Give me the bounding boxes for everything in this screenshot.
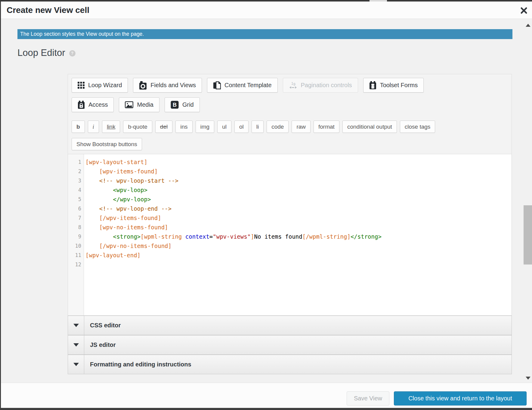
svg-text:B: B: [173, 102, 177, 108]
line-number: 2: [68, 168, 84, 174]
code-line: 6 <!-- wpv-loop-end -->: [68, 204, 512, 213]
access-lock-icon: [78, 101, 85, 109]
button-label: Fields and Views: [150, 82, 196, 89]
quicktag-li-button[interactable]: li: [252, 121, 264, 133]
top-bar-artifact: [370, 0, 387, 2]
quicktag-img-button[interactable]: img: [196, 121, 215, 133]
quicktag-i-button[interactable]: i: [88, 121, 99, 133]
quicktag-conditional-output-button[interactable]: conditional output: [342, 121, 397, 133]
loop-wizard-grid-icon: [78, 82, 85, 89]
close-dialog-button[interactable]: [519, 6, 528, 15]
line-number: 7: [68, 215, 84, 221]
code-lines: 1[wpv-layout-start]2 [wpv-items-found]3 …: [68, 157, 512, 269]
toolbar-row-2: AccessMediaBGrid: [72, 97, 512, 112]
scroll-down-arrow-icon[interactable]: [526, 377, 530, 380]
svg-text:9: 9: [293, 82, 295, 87]
code-line: 9 <strong>[wpml-string context="wpv-view…: [68, 232, 512, 241]
quicktag-close-tags-button[interactable]: close tags: [400, 121, 435, 133]
code-line: 4 <wpv-loop>: [68, 185, 512, 194]
loop-code-editor[interactable]: 1[wpv-layout-start]2 [wpv-items-found]3 …: [68, 154, 512, 316]
quicktag-b-quote-button[interactable]: b-quote: [123, 121, 152, 133]
line-number: 10: [68, 243, 84, 249]
quicktag-del-button[interactable]: del: [155, 121, 172, 133]
collapse-arrow-icon: [73, 363, 79, 366]
quicktag-raw-button[interactable]: raw: [292, 121, 311, 133]
toolset-forms-icon: [369, 81, 376, 90]
panel-label: Formatting and editing instructions: [84, 355, 191, 374]
code-text: <!-- wpv-loop-start -->: [84, 177, 178, 184]
button-label: Grid: [182, 101, 194, 108]
formatting-instructions-panel-toggle[interactable]: Formatting and editing instructions: [68, 355, 512, 374]
pagination-controls-icon: 19: [289, 81, 297, 90]
vertical-scrollbar[interactable]: [524, 19, 532, 383]
code-text: [wpv-no-items-found]: [84, 224, 168, 231]
fields-and-views-button[interactable]: Fields and Views: [133, 78, 202, 93]
scroll-up-arrow-icon[interactable]: [526, 24, 530, 27]
quicktags-row: bilinkb-quotedelinsimgulollicoderawforma…: [72, 121, 512, 133]
editor-toolbar: Loop WizardFields and ViewsContent Templ…: [68, 74, 512, 154]
code-text: </wpv-loop>: [84, 196, 151, 203]
line-number: 1: [68, 159, 84, 165]
code-line: 7 [/wpv-items-found]: [68, 213, 512, 222]
toolset-forms-button[interactable]: Toolset Forms: [363, 78, 424, 93]
code-text: <strong>[wpml-string context="wpv-views"…: [84, 233, 382, 240]
help-icon[interactable]: ?: [69, 50, 76, 57]
quicktag-code-button[interactable]: code: [267, 121, 289, 133]
window-left-edge: [0, 0, 1, 410]
dialog-header: Create new View cell: [0, 2, 532, 19]
close-icon: [520, 7, 527, 14]
code-line: 10 [/wpv-no-items-found]: [68, 241, 512, 250]
button-label: Toolset Forms: [380, 82, 418, 89]
collapse-arrow-icon: [73, 343, 79, 347]
quicktag-format-button[interactable]: format: [314, 121, 339, 133]
show-bootstrap-buttons-button[interactable]: Show Bootstrap buttons: [72, 138, 142, 150]
quicktag-ol-button[interactable]: ol: [234, 121, 249, 133]
button-label: Loop Wizard: [88, 82, 122, 89]
code-text: [/wpv-items-found]: [84, 215, 161, 221]
content-template-button[interactable]: Content Template: [207, 78, 277, 93]
loop-wizard-button[interactable]: Loop Wizard: [72, 78, 128, 93]
toolbar-row-1: Loop WizardFields and ViewsContent Templ…: [72, 78, 512, 93]
line-number: 8: [68, 224, 84, 230]
svg-text:1: 1: [291, 81, 293, 86]
loop-editor-heading: Loop Editor?: [17, 47, 76, 58]
code-text: [wpv-layout-end]: [84, 252, 141, 259]
scrollbar-thumb[interactable]: [524, 205, 532, 265]
code-text: [wpv-items-found]: [84, 168, 158, 175]
line-number: 5: [68, 196, 84, 202]
button-label: Access: [88, 101, 108, 108]
grid-button[interactable]: BGrid: [165, 97, 200, 112]
code-line: 1[wpv-layout-start]: [68, 157, 512, 167]
line-number: 4: [68, 187, 84, 193]
bootstrap-toggle-row: Show Bootstrap buttons: [72, 138, 512, 150]
css-editor-panel-toggle[interactable]: CSS editor: [68, 316, 512, 335]
panel-label: CSS editor: [84, 316, 121, 335]
quicktag-ins-button[interactable]: ins: [175, 121, 192, 133]
dialog-title: Create new View cell: [7, 2, 89, 19]
code-text: [/wpv-no-items-found]: [84, 243, 172, 249]
save-view-button[interactable]: Save View: [347, 391, 389, 405]
browser-top-bar: [0, 0, 532, 2]
code-text: [wpv-layout-start]: [84, 159, 147, 165]
js-editor-panel-toggle[interactable]: JS editor: [68, 335, 512, 355]
close-view-return-layout-button[interactable]: Close this view and return to the layout: [394, 391, 527, 405]
dialog-footer: Save View Close this view and return to …: [0, 383, 532, 408]
button-label: Media: [137, 101, 153, 108]
access-button[interactable]: Access: [72, 97, 114, 112]
pagination-controls-button[interactable]: 19Pagination controls: [283, 78, 358, 93]
quicktag-b-button[interactable]: b: [72, 121, 85, 133]
collapse-arrow-icon: [73, 324, 79, 327]
code-line: 11[wpv-layout-end]: [68, 250, 512, 260]
button-label: Content Template: [224, 82, 271, 89]
dialog-body: The Loop section styles the View output …: [0, 19, 532, 383]
quicktag-link-button[interactable]: link: [102, 121, 120, 133]
quicktag-ul-button[interactable]: ul: [217, 121, 231, 133]
content-template-icon: [213, 81, 221, 90]
line-number: 12: [68, 262, 84, 268]
code-text: <!-- wpv-loop-end -->: [84, 205, 172, 212]
info-banner: The Loop section styles the View output …: [17, 29, 512, 39]
line-number: 9: [68, 234, 84, 240]
media-image-icon: [125, 101, 133, 108]
line-number: 6: [68, 206, 84, 212]
media-button[interactable]: Media: [119, 97, 159, 112]
